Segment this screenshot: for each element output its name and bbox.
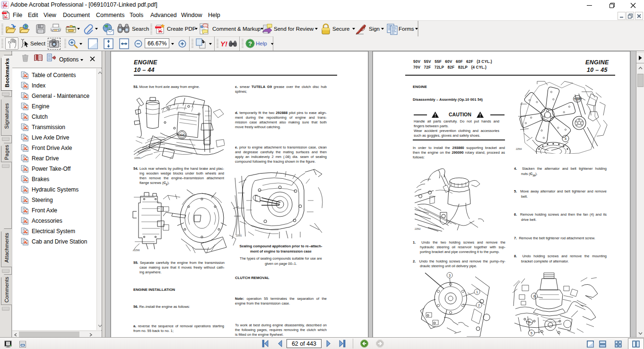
svg-text:?: ? <box>248 40 252 47</box>
svg-text:3: 3 <box>449 274 451 277</box>
svg-text:5: 5 <box>531 332 532 335</box>
svg-text:1: 1 <box>476 290 478 294</box>
svg-text:6: 6 <box>533 295 535 298</box>
svg-text:4: 4 <box>565 137 566 141</box>
svg-text:2: 2 <box>478 304 480 307</box>
svg-text:C2: C2 <box>180 133 184 137</box>
svg-text:7: 7 <box>529 321 531 324</box>
svg-text:C10: C10 <box>574 97 580 101</box>
